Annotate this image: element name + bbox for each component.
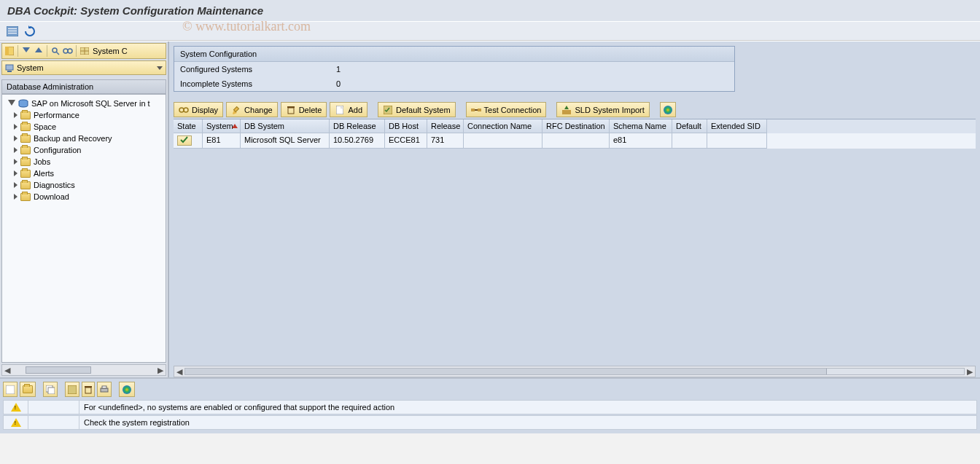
folder-icon: [20, 111, 31, 119]
action-bar: Display Change Delete Add Default System: [174, 102, 976, 117]
test-connection-button-label: Test Connection: [484, 106, 542, 114]
msg-new-icon[interactable]: [3, 382, 18, 397]
svg-rect-16: [6, 65, 13, 70]
message-toolbar: [3, 382, 977, 397]
tree-item[interactable]: Configuration: [5, 144, 163, 156]
msg-open-icon[interactable]: [20, 382, 36, 397]
svg-rect-38: [48, 388, 55, 394]
expand-arrow-icon: [14, 194, 18, 200]
tree-item[interactable]: Backup and Recovery: [5, 133, 163, 144]
tree-item-label: Download: [34, 192, 69, 201]
filter-down-icon[interactable]: [20, 45, 32, 57]
import-icon: [561, 105, 572, 115]
system-config-header: System Configuration: [174, 47, 734, 62]
cell: ECCE81: [385, 133, 427, 149]
message-text: For <undefined>, no systems are enabled …: [79, 401, 976, 414]
color-circle-icon: [663, 105, 673, 115]
add-button[interactable]: Add: [330, 102, 368, 117]
default-system-button[interactable]: Default System: [378, 102, 456, 117]
cell: [707, 133, 767, 149]
tree-item-label: Space: [34, 122, 56, 131]
panel-header-db-admin: Database Administration: [1, 79, 166, 94]
table-row[interactable]: E81Microsoft SQL Server10.50.2769ECCE817…: [174, 133, 976, 149]
cell: e81: [610, 133, 672, 149]
svg-rect-25: [288, 108, 294, 114]
tree-item[interactable]: Space: [5, 121, 163, 133]
cell: [542, 133, 610, 149]
folder-icon: [20, 181, 31, 189]
tree-item[interactable]: Diagnostics: [5, 179, 163, 191]
svg-rect-40: [85, 388, 91, 393]
test-connection-button[interactable]: Test Connection: [466, 102, 547, 117]
left-scrollbar[interactable]: ◀▶: [1, 364, 166, 376]
tree-item-label: Alerts: [34, 169, 54, 178]
col-extended-sid[interactable]: Extended SID: [707, 119, 767, 133]
msg-print-icon[interactable]: [97, 382, 112, 397]
change-button[interactable]: Change: [226, 102, 278, 117]
msg-export-icon[interactable]: [65, 382, 79, 397]
col-rfc[interactable]: RFC Destination: [542, 119, 610, 133]
msg-delete-icon[interactable]: [82, 382, 95, 397]
layout-icon[interactable]: [4, 45, 15, 57]
col-state[interactable]: State: [174, 119, 203, 133]
tree-item-label: Diagnostics: [34, 181, 75, 189]
message-row[interactable]: For <undefined>, no systems are enabled …: [3, 400, 977, 414]
display-button-label: Display: [192, 106, 218, 114]
connection-icon: [471, 105, 481, 115]
svg-point-12: [68, 49, 72, 53]
display-button[interactable]: Display: [174, 102, 223, 117]
dropdown-arrow-icon: [157, 65, 163, 71]
svg-rect-26: [287, 106, 295, 108]
legend-button[interactable]: [660, 102, 676, 117]
msg-spacer: [28, 401, 79, 414]
system-dropdown[interactable]: System: [1, 60, 166, 75]
tree-root[interactable]: SAP on Microsoft SQL Server in t: [5, 98, 163, 109]
message-row[interactable]: Check the system registration: [3, 415, 977, 430]
col-release[interactable]: Release: [427, 119, 464, 133]
add-button-label: Add: [348, 106, 362, 114]
svg-marker-34: [564, 106, 569, 109]
col-default[interactable]: Default: [672, 119, 707, 133]
database-icon: [18, 99, 28, 108]
svg-rect-17: [7, 71, 12, 72]
svg-rect-43: [102, 386, 106, 388]
sld-import-button[interactable]: SLD System Import: [556, 102, 649, 117]
col-schema[interactable]: Schema Name: [610, 119, 672, 133]
col-dbhost[interactable]: DB Host: [385, 119, 427, 133]
toolbar-label-systemc: System C: [91, 47, 164, 55]
refresh-icon[interactable]: [23, 25, 36, 38]
table-icon[interactable]: [79, 45, 90, 57]
folder-icon: [20, 193, 31, 201]
col-dbrelease[interactable]: DB Release: [330, 119, 385, 133]
tree-item[interactable]: Performance: [5, 109, 163, 121]
svg-rect-6: [5, 47, 9, 55]
msg-copy-icon[interactable]: [43, 382, 58, 397]
content-scrollbar[interactable]: ◀ ▶: [174, 366, 976, 377]
msg-legend-icon[interactable]: [119, 382, 135, 397]
system-config-box: System Configuration Configured Systems …: [174, 46, 735, 92]
tree-item[interactable]: Alerts: [5, 168, 163, 179]
pencil-icon: [231, 105, 241, 115]
expand-arrow-icon: [14, 170, 18, 176]
col-dbsystem[interactable]: DB System: [241, 119, 330, 133]
svg-rect-31: [478, 109, 481, 111]
delete-button[interactable]: Delete: [281, 102, 327, 117]
menu-icon[interactable]: [6, 25, 19, 38]
col-system[interactable]: System: [203, 119, 241, 133]
col-connection[interactable]: Connection Name: [464, 119, 542, 133]
expand-arrow-icon: [14, 147, 18, 153]
binoculars-icon[interactable]: [62, 45, 74, 57]
svg-rect-2: [8, 31, 17, 31]
folder-icon: [20, 158, 31, 166]
incomplete-systems-label: Incomplete Systems: [180, 79, 304, 88]
tree-item[interactable]: Jobs: [5, 156, 163, 168]
filter-up-icon[interactable]: [33, 45, 44, 57]
tree-item[interactable]: Download: [5, 191, 163, 202]
system-icon: [5, 63, 14, 72]
svg-rect-30: [471, 109, 475, 111]
svg-rect-1: [8, 28, 17, 29]
grid-header-row: State System DB System DB Release DB Hos…: [174, 119, 976, 133]
find-icon[interactable]: [50, 45, 61, 57]
svg-marker-8: [35, 47, 42, 52]
sort-indicator-icon: [232, 124, 238, 128]
